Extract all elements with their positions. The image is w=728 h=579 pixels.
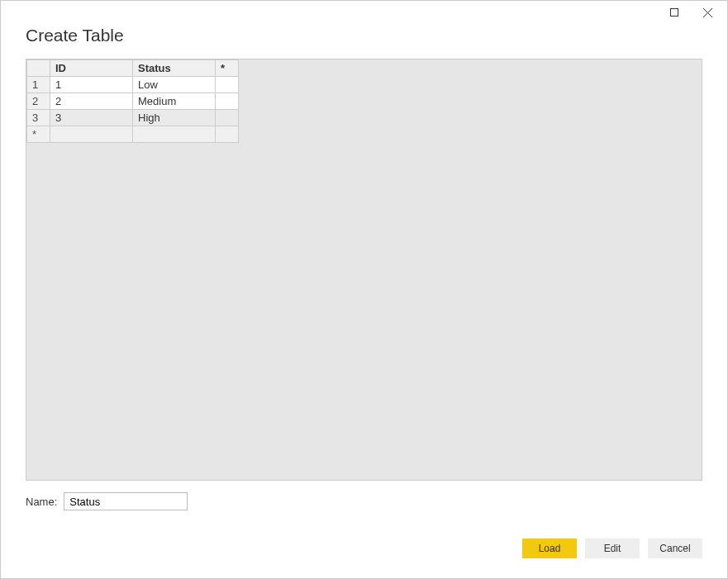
maximize-button[interactable] [658,2,691,22]
new-cell[interactable] [216,126,239,143]
row-number[interactable]: 2 [27,93,50,110]
dialog-title: Create Table [26,26,702,45]
data-table[interactable]: ID Status * 11Low22Medium33High* [26,59,239,143]
titlebar [1,1,727,26]
dialog-header: Create Table [1,26,727,59]
add-column-marker[interactable]: * [216,60,239,77]
table-grid-area[interactable]: ID Status * 11Low22Medium33High* [26,59,702,481]
column-header-id[interactable]: ID [50,60,133,77]
cell-extra[interactable] [216,93,239,110]
cell-id[interactable]: 2 [50,93,133,110]
row-number[interactable]: 3 [27,110,50,126]
load-button[interactable]: Load [522,539,577,558]
new-row[interactable]: * [27,126,239,143]
table-row[interactable]: 33High [27,110,239,126]
new-cell[interactable] [50,126,133,143]
name-row: Name: [1,481,727,510]
cell-extra[interactable] [216,77,239,93]
cell-status[interactable]: High [133,110,216,126]
cell-id[interactable]: 3 [50,110,133,126]
table-name-input[interactable] [64,492,188,510]
cell-status[interactable]: Medium [133,93,216,110]
table-row[interactable]: 22Medium [27,93,239,110]
edit-button[interactable]: Edit [585,539,640,558]
dialog-buttons: Load Edit Cancel [1,510,727,578]
name-label: Name: [26,496,57,508]
header-row: ID Status * [27,60,239,77]
column-header-status[interactable]: Status [133,60,216,77]
close-button[interactable] [691,2,724,22]
cell-extra[interactable] [216,110,239,126]
corner-cell[interactable] [27,60,50,77]
row-number[interactable]: 1 [27,77,50,93]
create-table-dialog: Create Table ID Status * 11Low22Medium33… [0,0,728,579]
new-cell[interactable] [133,126,216,143]
table-row[interactable]: 11Low [27,77,239,93]
add-row-marker[interactable]: * [27,126,50,143]
cell-status[interactable]: Low [133,77,216,93]
cancel-button[interactable]: Cancel [648,539,702,558]
cell-id[interactable]: 1 [50,77,133,93]
svg-rect-0 [671,9,678,17]
